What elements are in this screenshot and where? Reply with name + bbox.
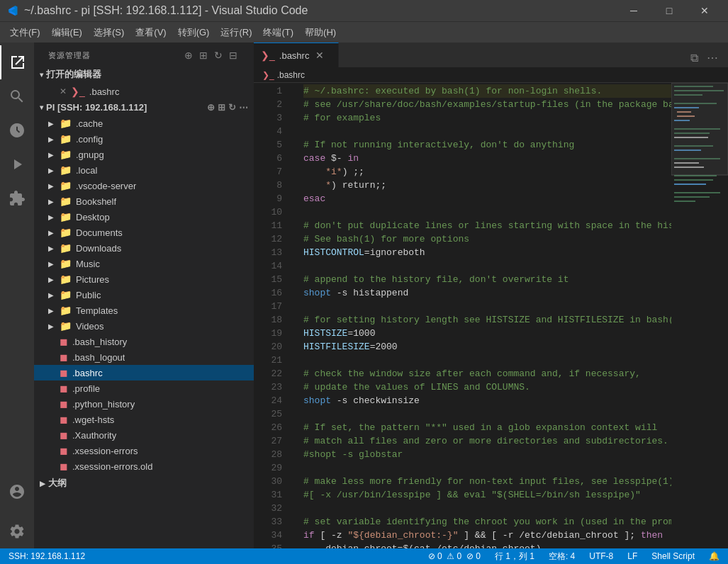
- remote-actions: ⊕ ⊞ ↻ ⋯: [207, 102, 248, 113]
- remote-section[interactable]: ▾ PI [SSH: 192.168.1.112] ⊕ ⊞ ↻ ⋯: [34, 99, 254, 115]
- new-remote-file-btn[interactable]: ⊕: [207, 102, 215, 113]
- menu-help[interactable]: 帮助(H): [299, 23, 342, 42]
- sidebar-header: 资源管理器 ⊕ ⊞ ↻ ⊟: [34, 43, 254, 65]
- folder-documents-icon: 📁: [60, 227, 72, 238]
- folder-config-chevron: ▶: [48, 135, 57, 143]
- folder-vscode-server-icon: 📁: [60, 180, 72, 191]
- ln-30: 30: [261, 475, 282, 488]
- file-wget-hsts[interactable]: ▶ ◼ .wget-hsts: [34, 412, 254, 427]
- ln-33: 33: [261, 515, 282, 529]
- menu-select[interactable]: 选择(S): [88, 23, 130, 42]
- svg-rect-23: [671, 83, 728, 175]
- status-language[interactable]: Shell Script: [649, 551, 698, 561]
- menu-edit[interactable]: 编辑(E): [46, 23, 88, 42]
- file-xsession-errors[interactable]: ▶ ◼ .xsession-errors: [34, 443, 254, 458]
- status-spaces[interactable]: 空格: 4: [546, 551, 578, 563]
- more-tabs-button[interactable]: ⋯: [702, 48, 722, 67]
- menu-view[interactable]: 查看(V): [130, 23, 172, 42]
- file-python-history-label: .python_history: [72, 399, 135, 410]
- folder-videos-chevron: ▶: [48, 322, 57, 330]
- file-bash-logout[interactable]: ▶ ◼ .bash_logout: [34, 349, 254, 365]
- menu-terminal[interactable]: 终端(T): [257, 23, 299, 42]
- refresh-button[interactable]: ↻: [213, 48, 225, 62]
- code-line-1: # ~/.bashrc: executed by bash(1) for non…: [303, 84, 671, 98]
- tab-bashrc-close[interactable]: ✕: [313, 49, 326, 62]
- collapse-all-button[interactable]: ⊟: [228, 48, 240, 62]
- folder-bookshelf-label: Bookshelf: [76, 196, 116, 207]
- code-line-12: # See bash(1) for more options: [303, 232, 671, 246]
- open-editors-section[interactable]: ▾ 打开的编辑器: [34, 65, 254, 84]
- activity-run[interactable]: [0, 147, 34, 181]
- folder-videos[interactable]: ▶ 📁 Videos: [34, 318, 254, 334]
- code-line-5: # If not running interactively, don't do…: [303, 138, 671, 152]
- activity-search[interactable]: [0, 79, 34, 113]
- folder-cache[interactable]: ▶ 📁 .cache: [34, 115, 254, 131]
- activity-extensions[interactable]: [0, 181, 34, 215]
- folder-downloads[interactable]: ▶ 📁 Downloads: [34, 240, 254, 256]
- ln-16: 16: [261, 286, 282, 300]
- file-bash-history[interactable]: ▶ ◼ .bash_history: [34, 334, 254, 349]
- file-wget-hsts-label: .wget-hsts: [72, 414, 114, 425]
- activitybar: [0, 43, 34, 548]
- menu-file[interactable]: 文件(F): [4, 23, 46, 42]
- close-file-icon[interactable]: ✕: [60, 86, 67, 96]
- file-xsession-errors-icon: ◼: [60, 445, 68, 456]
- folder-desktop[interactable]: ▶ 📁 Desktop: [34, 209, 254, 225]
- folder-public[interactable]: ▶ 📁 Public: [34, 287, 254, 303]
- folder-public-chevron: ▶: [48, 291, 57, 299]
- open-file-bashrc[interactable]: ✕ ❯_ .bashrc: [34, 84, 254, 99]
- activity-settings[interactable]: [0, 514, 34, 548]
- status-errors[interactable]: ⊘ 0 ⚠ 0 ⊘ 0: [425, 551, 483, 561]
- folder-music-chevron: ▶: [48, 260, 57, 268]
- status-eol[interactable]: LF: [625, 551, 640, 561]
- ln-17: 17: [261, 300, 282, 313]
- file-bashrc[interactable]: ▶ ◼ .bashrc: [34, 365, 254, 380]
- tab-bashrc[interactable]: ❯_ .bashrc ✕: [254, 43, 339, 67]
- refresh-remote-btn[interactable]: ↻: [228, 102, 236, 113]
- split-editor-button[interactable]: ⧉: [686, 49, 702, 67]
- folder-bookshelf[interactable]: ▶ 📁 Bookshelf: [34, 193, 254, 209]
- menu-run[interactable]: 运行(R): [215, 23, 257, 42]
- folder-local-chevron: ▶: [48, 167, 57, 174]
- statusbar-right: ⊘ 0 ⚠ 0 ⊘ 0 行 1，列 1 空格: 4 UTF-8 LF Shell…: [425, 551, 722, 563]
- code-content[interactable]: # ~/.bashrc: executed by bash(1) for non…: [289, 83, 671, 548]
- folder-pictures[interactable]: ▶ 📁 Pictures: [34, 271, 254, 287]
- folder-documents[interactable]: ▶ 📁 Documents: [34, 225, 254, 240]
- code-line-27: # match all files and zero or more direc…: [303, 434, 671, 448]
- code-line-7: *i*) ;;: [303, 165, 671, 179]
- new-folder-button[interactable]: ⊞: [198, 48, 210, 62]
- folder-gnupg-label: .gnupg: [76, 150, 104, 160]
- activity-explorer[interactable]: [0, 45, 34, 79]
- more-remote-btn[interactable]: ⋯: [239, 102, 248, 113]
- minimize-button[interactable]: ─: [617, 0, 650, 21]
- file-python-history[interactable]: ▶ ◼ .python_history: [34, 396, 254, 412]
- status-encoding[interactable]: UTF-8: [586, 551, 616, 561]
- activity-source-control[interactable]: [0, 113, 34, 147]
- folder-config[interactable]: ▶ 📁 .config: [34, 131, 254, 147]
- maximize-button[interactable]: □: [653, 0, 685, 21]
- close-button[interactable]: ✕: [688, 0, 721, 21]
- file-icon: ❯_: [71, 86, 85, 97]
- activity-account[interactable]: [0, 475, 34, 509]
- code-line-14: [303, 259, 671, 273]
- folder-templates[interactable]: ▶ 📁 Templates: [34, 303, 254, 318]
- breadcrumb: ❯_ .bashrc: [254, 67, 728, 83]
- ln-4: 4: [261, 125, 282, 138]
- folder-cache-label: .cache: [76, 118, 103, 129]
- file-bash-logout-label: .bash_logout: [72, 352, 125, 363]
- file-xauthority[interactable]: ▶ ◼ .Xauthority: [34, 427, 254, 443]
- file-profile[interactable]: ▶ ◼ .profile: [34, 380, 254, 396]
- folder-config-icon: 📁: [60, 133, 72, 145]
- status-feedback[interactable]: 🔔: [706, 551, 722, 561]
- folder-music[interactable]: ▶ 📁 Music: [34, 256, 254, 271]
- folder-gnupg[interactable]: ▶ 📁 .gnupg: [34, 147, 254, 162]
- new-file-button[interactable]: ⊕: [183, 48, 195, 62]
- file-xsession-errors-old[interactable]: ▶ ◼ .xsession-errors.old: [34, 458, 254, 474]
- status-cursor[interactable]: 行 1，列 1: [492, 551, 537, 563]
- menu-goto[interactable]: 转到(G): [172, 23, 215, 42]
- new-remote-folder-btn[interactable]: ⊞: [218, 102, 225, 113]
- folder-vscode-server[interactable]: ▶ 📁 .vscode-server: [34, 178, 254, 193]
- outline-section[interactable]: ▶ 大纲: [34, 474, 254, 492]
- folder-local[interactable]: ▶ 📁 .local: [34, 162, 254, 178]
- status-ssh[interactable]: SSH: 192.168.1.112: [6, 551, 88, 561]
